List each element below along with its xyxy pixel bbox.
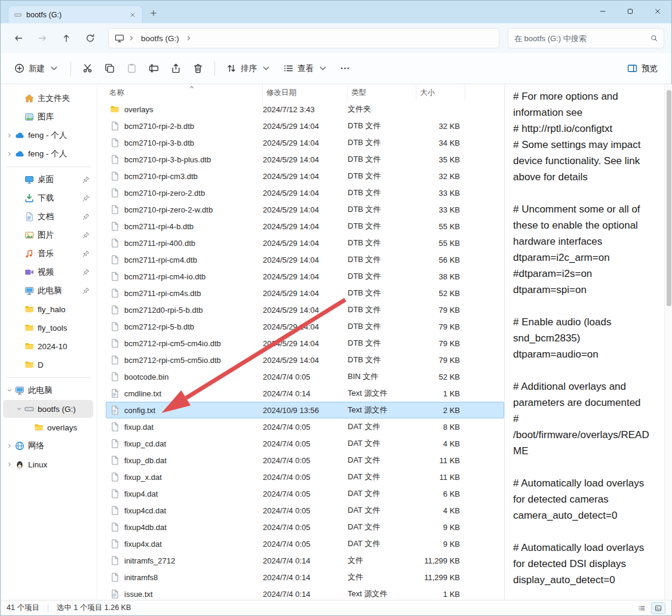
column-header-name[interactable]: 名称 bbox=[106, 84, 262, 101]
file-row[interactable]: fixup.dat2024/7/4 0:05DAT 文件8 KB bbox=[106, 418, 504, 435]
preview-scrollbar[interactable] bbox=[664, 84, 672, 600]
file-row[interactable]: cmdline.txt2024/7/4 0:14Text 源文件1 KB bbox=[106, 385, 504, 402]
sidebar-item-home[interactable]: 主文件夹 bbox=[3, 90, 93, 107]
close-button[interactable] bbox=[644, 1, 671, 22]
sidebar-item-2024-10[interactable]: 2024-10 bbox=[3, 337, 93, 355]
sidebar-item-this-pc-pinned[interactable]: 此电脑 bbox=[3, 282, 93, 300]
forward-button[interactable] bbox=[32, 28, 53, 48]
file-size: 55 KB bbox=[416, 239, 466, 248]
chevron-right-icon[interactable] bbox=[4, 441, 15, 451]
file-row[interactable]: bcm2710-rpi-zero-2.dtb2024/5/29 14:04DTB… bbox=[106, 184, 504, 201]
file-row[interactable]: bcm2712d0-rpi-5-b.dtb2024/5/29 14:04DTB … bbox=[106, 301, 504, 318]
file-row[interactable]: bcm2712-rpi-5-b.dtb2024/5/29 14:04DTB 文件… bbox=[106, 318, 504, 335]
sidebar-item-overlays[interactable]: overlays bbox=[3, 418, 93, 436]
sidebar-item-fly-halo[interactable]: fly_halo bbox=[3, 300, 93, 318]
delete-button[interactable] bbox=[188, 58, 208, 79]
search-box[interactable] bbox=[508, 28, 664, 48]
column-header-date[interactable]: 修改日期 bbox=[262, 84, 347, 101]
chevron-right-icon[interactable] bbox=[4, 149, 15, 159]
file-type: DAT 文件 bbox=[348, 538, 416, 549]
refresh-button[interactable] bbox=[79, 28, 101, 48]
file-row[interactable]: fixup_db.dat2024/7/4 0:05DAT 文件11 KB bbox=[106, 452, 504, 469]
explorer-tab[interactable]: bootfs (G:) bbox=[8, 5, 143, 23]
address-bar[interactable]: bootfs (G:) bbox=[108, 28, 499, 48]
tab-close-button[interactable] bbox=[127, 9, 139, 21]
file-name: bcm2710-rpi-3-b-plus.dtb bbox=[124, 155, 211, 164]
chevron-right-icon[interactable] bbox=[4, 131, 15, 140]
sidebar-item-this-pc[interactable]: 此电脑 bbox=[3, 381, 93, 399]
minimize-button[interactable] bbox=[589, 1, 616, 22]
share-button[interactable] bbox=[165, 58, 186, 79]
sidebar-item-downloads[interactable]: 下载 bbox=[3, 189, 93, 207]
sidebar-item-pictures[interactable]: 图片 bbox=[3, 226, 93, 244]
rename-button[interactable] bbox=[143, 58, 164, 79]
cut-button[interactable] bbox=[77, 58, 98, 79]
sidebar-item-onedrive-feng-2[interactable]: feng - 个人 bbox=[3, 145, 93, 163]
file-row[interactable]: config.txt2024/10/9 13:56Text 源文件2 KB bbox=[106, 402, 504, 418]
file-name: bcm2712-rpi-cm5-cm5io.dtb bbox=[124, 356, 221, 365]
sidebar-item-desktop[interactable]: 桌面 bbox=[3, 171, 93, 189]
file-row[interactable]: bcm2710-rpi-2-b.dtb2024/5/29 14:04DTB 文件… bbox=[106, 118, 504, 134]
file-row[interactable]: bcm2711-rpi-cm4s.dtb2024/5/29 14:04DTB 文… bbox=[106, 285, 504, 301]
search-input[interactable] bbox=[514, 34, 646, 43]
sidebar-item-gallery[interactable]: 图库 bbox=[3, 108, 93, 126]
new-button[interactable]: 新建 bbox=[9, 58, 65, 79]
file-row[interactable]: issue.txt2024/7/4 0:14Text 源文件1 KB bbox=[106, 586, 504, 600]
titlebar: bootfs (G:) bbox=[1, 1, 671, 23]
thumbnails-view-button[interactable] bbox=[651, 602, 665, 614]
file-row[interactable]: bootcode.bin2024/7/4 0:05BIN 文件52 KB bbox=[106, 368, 504, 385]
column-header-size[interactable]: 大小 bbox=[416, 84, 465, 101]
new-tab-button[interactable] bbox=[146, 6, 161, 20]
file-date: 2024/5/29 14:04 bbox=[263, 138, 348, 147]
sidebar-item-d[interactable]: D bbox=[3, 356, 93, 374]
file-row[interactable]: bcm2710-rpi-zero-2-w.dtb2024/5/29 14:04D… bbox=[106, 201, 504, 218]
sidebar-item-bootfs-g[interactable]: bootfs (G:) bbox=[3, 400, 93, 418]
scrollbar-thumb[interactable] bbox=[667, 90, 671, 306]
details-view-button[interactable] bbox=[634, 602, 649, 614]
chevron-right-icon[interactable] bbox=[4, 460, 15, 469]
chevron-down-icon[interactable] bbox=[4, 386, 15, 395]
back-button[interactable] bbox=[8, 28, 29, 48]
file-row[interactable]: initramfs82024/7/4 0:14文件11,299 KB bbox=[106, 569, 504, 586]
sidebar-item-linux[interactable]: Linux bbox=[3, 455, 93, 473]
file-row[interactable]: bcm2710-rpi-3-b.dtb2024/5/29 14:04DTB 文件… bbox=[106, 134, 504, 151]
paste-button[interactable] bbox=[121, 58, 142, 79]
preview-toggle-button[interactable]: 预览 bbox=[622, 58, 663, 79]
file-row[interactable]: fixup4db.dat2024/7/4 0:05DAT 文件9 KB bbox=[106, 519, 504, 535]
sidebar-item-fly-tools[interactable]: fly_tools bbox=[3, 319, 93, 337]
file-name: fixup_cd.dat bbox=[124, 439, 166, 448]
file-row[interactable]: bcm2712-rpi-cm5-cm5io.dtb2024/5/29 14:04… bbox=[106, 352, 504, 368]
sort-button[interactable]: 排序 bbox=[221, 58, 277, 79]
copy-button[interactable] bbox=[99, 58, 120, 79]
file-row[interactable]: bcm2711-rpi-cm4-io.dtb2024/5/29 14:04DTB… bbox=[106, 268, 504, 285]
sidebar-item-documents[interactable]: 文档 bbox=[3, 208, 93, 226]
file-row[interactable]: fixup4cd.dat2024/7/4 0:05DAT 文件4 KB bbox=[106, 502, 504, 519]
file-row[interactable]: fixup4.dat2024/7/4 0:05DAT 文件6 KB bbox=[106, 485, 504, 502]
chevron-down-icon[interactable] bbox=[14, 404, 24, 414]
rename-icon bbox=[149, 63, 159, 73]
file-row[interactable]: bcm2710-rpi-cm3.dtb2024/5/29 14:04DTB 文件… bbox=[106, 168, 504, 184]
file-row[interactable]: initramfs_27122024/7/4 0:14文件11,299 KB bbox=[106, 552, 504, 569]
sidebar-item-onedrive-feng-1[interactable]: feng - 个人 bbox=[3, 127, 93, 144]
sidebar-item-network[interactable]: 网络 bbox=[3, 437, 93, 455]
view-button[interactable]: 查看 bbox=[278, 58, 333, 79]
file-row[interactable]: fixup_cd.dat2024/7/4 0:05DAT 文件4 KB bbox=[106, 435, 504, 452]
maximize-button[interactable] bbox=[616, 1, 644, 22]
breadcrumb-drive[interactable]: bootfs (G:) bbox=[139, 33, 182, 44]
file-row[interactable]: bcm2711-rpi-400.dtb2024/5/29 14:04DTB 文件… bbox=[106, 235, 504, 251]
file-icon bbox=[110, 305, 119, 315]
file-row[interactable]: bcm2711-rpi-4-b.dtb2024/5/29 14:04DTB 文件… bbox=[106, 218, 504, 235]
toolbar-divider bbox=[214, 61, 215, 76]
sidebar-item-music[interactable]: 音乐 bbox=[3, 245, 93, 263]
file-row[interactable]: fixup4x.dat2024/7/4 0:05DAT 文件9 KB bbox=[106, 535, 504, 552]
more-button[interactable] bbox=[335, 58, 355, 79]
up-button[interactable] bbox=[56, 28, 77, 48]
file-row[interactable]: fixup_x.dat2024/7/4 0:05DAT 文件11 KB bbox=[106, 469, 504, 485]
file-row[interactable]: overlays2024/7/12 3:43文件夹 bbox=[106, 101, 504, 118]
file-row[interactable]: bcm2710-rpi-3-b-plus.dtb2024/5/29 14:04D… bbox=[106, 151, 504, 168]
file-row[interactable]: bcm2711-rpi-cm4.dtb2024/5/29 14:04DTB 文件… bbox=[106, 251, 504, 268]
sidebar-item-videos[interactable]: 视频 bbox=[3, 263, 93, 281]
column-header-type[interactable]: 类型 bbox=[347, 84, 416, 101]
file-row[interactable]: bcm2712-rpi-cm5-cm4io.dtb2024/5/29 14:04… bbox=[106, 335, 504, 352]
file-icon bbox=[110, 572, 119, 582]
